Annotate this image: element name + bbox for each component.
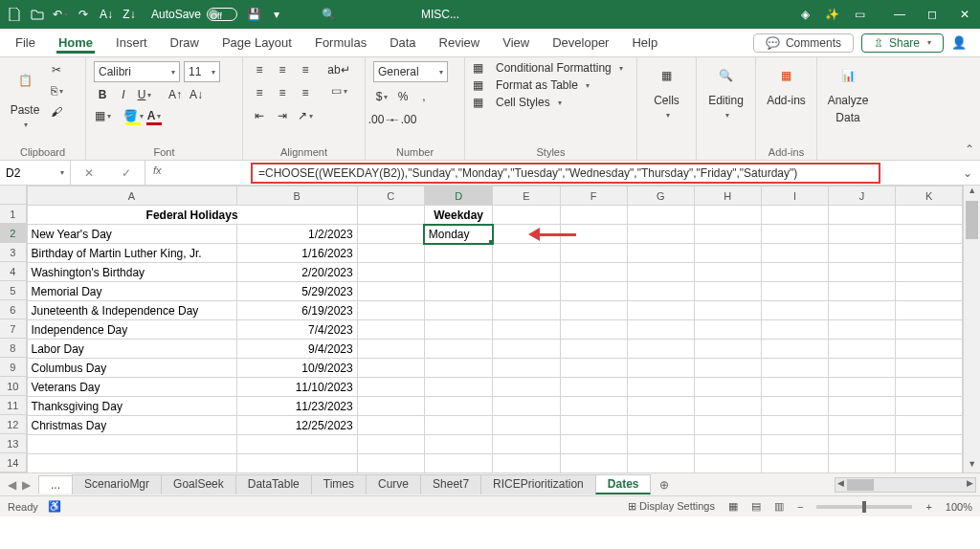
sheet-tab[interactable]: ScenarioMgr	[72, 474, 162, 494]
cell[interactable]: New Year's Day	[27, 225, 236, 244]
cell[interactable]	[694, 206, 761, 225]
increase-decimal-icon[interactable]: .00→	[373, 111, 390, 128]
cell[interactable]	[357, 378, 424, 397]
cell[interactable]	[493, 301, 560, 320]
cell[interactable]	[493, 340, 560, 359]
share-button[interactable]: ⇫Share▾	[861, 33, 944, 53]
new-file-icon[interactable]	[8, 8, 21, 21]
cell[interactable]	[896, 397, 963, 416]
cell[interactable]: 7/4/2023	[236, 320, 357, 340]
cell[interactable]	[694, 454, 761, 473]
cell[interactable]: Federal Holidays	[27, 206, 357, 225]
cell[interactable]	[761, 301, 828, 320]
cell[interactable]: 11/10/2023	[236, 378, 357, 397]
view-pagebreak-icon[interactable]: ▥	[774, 500, 784, 513]
cell[interactable]	[560, 435, 627, 454]
cell[interactable]	[627, 206, 694, 225]
cell[interactable]	[694, 340, 761, 359]
cell[interactable]	[357, 301, 424, 320]
row-header[interactable]: 4	[0, 262, 26, 281]
cell[interactable]	[560, 206, 627, 225]
row-header[interactable]: 9	[0, 358, 26, 377]
scroll-up-icon[interactable]: ▲	[964, 186, 980, 199]
tab-overflow[interactable]: ...	[38, 475, 73, 494]
cell[interactable]	[896, 359, 963, 378]
sheet-tab[interactable]: Sheet7	[420, 474, 481, 494]
number-format-dropdown[interactable]: General▾	[373, 61, 448, 82]
cancel-formula-icon[interactable]: ✕	[84, 166, 94, 180]
editing-button[interactable]: 🔍Editing▾	[704, 61, 747, 120]
column-header[interactable]: C	[357, 187, 424, 206]
cell[interactable]	[761, 340, 828, 359]
cell[interactable]	[828, 206, 895, 225]
cell[interactable]	[357, 397, 424, 416]
cell[interactable]	[694, 301, 761, 320]
italic-button[interactable]: I	[115, 86, 132, 103]
tab-nav-next-icon[interactable]: ▶	[22, 478, 31, 492]
formula-input[interactable]: =CHOOSE((WEEKDAY(B2)),"Sunday","Monday",…	[251, 163, 880, 184]
cell[interactable]: 11/23/2023	[236, 397, 357, 416]
column-header[interactable]: D	[424, 187, 493, 206]
cell[interactable]	[424, 340, 493, 359]
format-painter-icon[interactable]: 🖌	[48, 103, 65, 121]
cell[interactable]	[694, 263, 761, 282]
borders-button[interactable]: ▦▾	[94, 107, 111, 124]
cell[interactable]	[761, 359, 828, 378]
cell[interactable]	[694, 225, 761, 244]
cell[interactable]	[896, 320, 963, 340]
currency-icon[interactable]: $▾	[373, 88, 390, 105]
cell[interactable]	[560, 263, 627, 282]
cell[interactable]	[896, 301, 963, 320]
cell[interactable]	[896, 454, 963, 473]
maximize-button[interactable]: ◻	[924, 8, 940, 21]
percent-icon[interactable]: %	[394, 88, 412, 105]
font-size-dropdown[interactable]: 11▾	[184, 61, 220, 82]
cell[interactable]	[493, 359, 560, 378]
cell[interactable]: Weekday	[424, 206, 493, 225]
cell[interactable]	[424, 282, 493, 301]
grid-table[interactable]: ABCDEFGHIJK Federal HolidaysWeekdayNew Y…	[27, 186, 964, 473]
bold-button[interactable]: B	[94, 86, 111, 103]
cell[interactable]: Christmas Day	[27, 416, 236, 435]
expand-formula-bar-icon[interactable]: ⌄	[955, 166, 980, 180]
cell[interactable]	[627, 435, 694, 454]
cell-styles-button[interactable]: ▦Cell Styles▾	[473, 96, 623, 109]
cell[interactable]	[357, 340, 424, 359]
underline-button[interactable]: U▾	[136, 86, 153, 103]
sheet-tab[interactable]: Dates	[595, 474, 652, 494]
accept-formula-icon[interactable]: ✓	[122, 166, 131, 180]
cell[interactable]	[761, 263, 828, 282]
align-middle-icon[interactable]: ≡	[274, 61, 291, 78]
row-header[interactable]: 14	[0, 453, 26, 472]
cell[interactable]	[896, 244, 963, 263]
column-header[interactable]: H	[694, 187, 761, 206]
format-as-table-button[interactable]: ▦Format as Table▾	[473, 78, 623, 92]
cell[interactable]	[560, 397, 627, 416]
display-settings-button[interactable]: ⊞ Display Settings	[628, 500, 715, 513]
cell[interactable]	[896, 416, 963, 435]
cell[interactable]: 10/9/2023	[236, 359, 357, 378]
tab-nav-prev-icon[interactable]: ◀	[8, 478, 16, 492]
cell[interactable]	[357, 244, 424, 263]
row-header[interactable]: 7	[0, 319, 26, 339]
cell[interactable]: 5/29/2023	[236, 282, 357, 301]
tab-review[interactable]: Review	[437, 32, 482, 54]
undo-icon[interactable]: ↶▾	[54, 8, 67, 21]
qat-customize-icon[interactable]: ▾	[270, 8, 283, 21]
column-header[interactable]: K	[896, 187, 963, 206]
tab-formulas[interactable]: Formulas	[313, 32, 368, 54]
fx-label[interactable]: fx	[153, 165, 162, 176]
row-header[interactable]: 13	[0, 434, 26, 453]
cell[interactable]	[493, 244, 560, 263]
cell[interactable]	[694, 244, 761, 263]
align-center-icon[interactable]: ≡	[274, 84, 291, 101]
cell[interactable]	[493, 263, 560, 282]
cell[interactable]	[761, 244, 828, 263]
diamond-icon[interactable]: ◈	[801, 8, 810, 21]
cell[interactable]: 12/25/2023	[236, 416, 357, 435]
cells-button[interactable]: ▦Cells▾	[645, 61, 688, 120]
cell[interactable]: 2/20/2023	[236, 263, 357, 282]
cell[interactable]	[357, 416, 424, 435]
decrease-decimal-icon[interactable]: ←.00	[394, 111, 412, 128]
comma-icon[interactable]: ,	[415, 88, 433, 105]
